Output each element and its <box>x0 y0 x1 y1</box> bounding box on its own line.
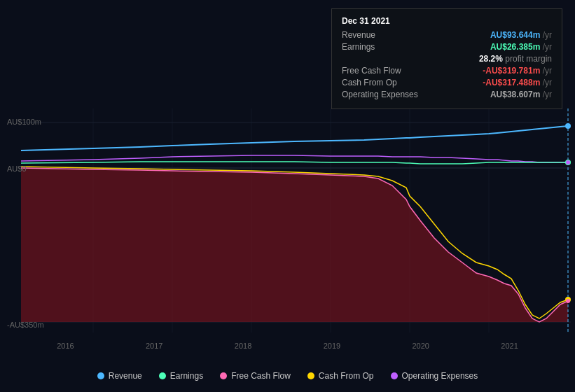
chart-legend: Revenue Earnings Free Cash Flow Cash Fro… <box>0 371 575 381</box>
y-label-top: AU$100m <box>7 118 41 126</box>
x-label-2016: 2016 <box>57 342 74 350</box>
legend-cash-from-op[interactable]: Cash From Op <box>307 371 374 381</box>
x-label-2018: 2018 <box>235 342 251 350</box>
data-tooltip: Dec 31 2021 Revenue AU$93.644m /yr Earni… <box>331 8 562 109</box>
legend-revenue[interactable]: Revenue <box>97 371 142 381</box>
legend-dot-cash-from-op <box>307 372 314 379</box>
legend-dot-revenue <box>97 372 104 379</box>
tooltip-profit-margin: 28.2% profit margin <box>342 54 552 64</box>
legend-dot-op-expenses <box>391 372 398 379</box>
legend-dot-earnings <box>159 372 166 379</box>
tooltip-cash-from-op: Cash From Op -AU$317.488m /yr <box>342 78 552 88</box>
x-label-2021: 2021 <box>501 342 518 350</box>
x-label-2017: 2017 <box>146 342 162 350</box>
x-axis-labels: 2016 2017 2018 2019 2020 2021 <box>0 342 575 350</box>
tooltip-earnings: Earnings AU$26.385m /yr <box>342 42 552 52</box>
legend-dot-fcf <box>220 372 227 379</box>
legend-earnings[interactable]: Earnings <box>159 371 203 381</box>
svg-point-12 <box>565 123 571 129</box>
svg-point-14 <box>566 160 570 164</box>
y-label-bot: -AU$350m <box>7 321 44 329</box>
x-label-2020: 2020 <box>412 342 429 350</box>
y-label-mid: AU$0 <box>7 164 27 173</box>
tooltip-op-expenses: Operating Expenses AU$38.607m /yr <box>342 90 552 99</box>
legend-fcf[interactable]: Free Cash Flow <box>220 371 291 381</box>
tooltip-revenue: Revenue AU$93.644m /yr <box>342 30 552 40</box>
tooltip-date: Dec 31 2021 <box>342 16 552 26</box>
svg-point-16 <box>566 299 570 303</box>
x-label-2019: 2019 <box>324 342 340 350</box>
legend-op-expenses[interactable]: Operating Expenses <box>391 371 478 381</box>
tooltip-fcf: Free Cash Flow -AU$319.781m /yr <box>342 66 552 76</box>
